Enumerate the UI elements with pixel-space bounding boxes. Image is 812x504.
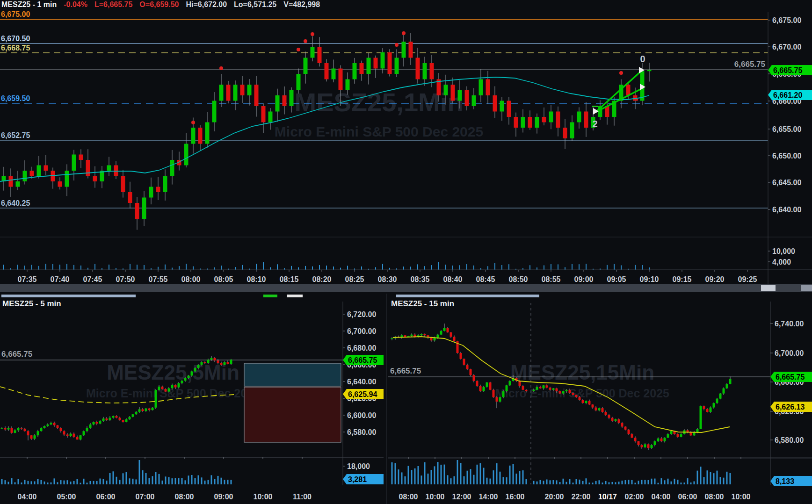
candlestick [556, 389, 558, 391]
candlestick [129, 417, 131, 419]
target-zone-box[interactable] [244, 363, 341, 386]
candlestick [128, 192, 132, 203]
candlestick [360, 63, 364, 74]
volume-bar [188, 475, 189, 484]
time-axis-label: 10:00 [426, 493, 445, 501]
candlestick [156, 187, 160, 193]
volume-bar [720, 477, 721, 484]
volume-bar [59, 265, 60, 270]
candlestick [638, 441, 640, 445]
volume-bar [137, 265, 138, 270]
candlestick [710, 408, 712, 412]
volume-bar [87, 482, 88, 484]
candlestick [416, 58, 420, 79]
candlestick [605, 412, 607, 415]
scrollbar-thumb[interactable] [761, 285, 776, 291]
volume-axis-label: 4,000 [772, 258, 791, 266]
volume-bar [418, 466, 419, 484]
price-chart-1min[interactable]: MESZ25,1MinMicro E-mini S&P 500 Dec 2025… [0, 0, 812, 294]
volume-bar [618, 482, 620, 484]
volume-bar [47, 482, 49, 484]
volume-bar [242, 265, 243, 270]
volume-bar [165, 476, 167, 484]
candlestick [451, 85, 455, 101]
volume-bar [589, 482, 590, 484]
candlestick [423, 63, 427, 79]
volume-bar [44, 482, 45, 484]
scroll-thumb-5min[interactable] [1, 295, 136, 297]
last-price-inchart-label: 6,665.75 [734, 60, 765, 69]
volume-bar [529, 265, 530, 270]
volume-bar [641, 480, 643, 484]
candlestick [99, 421, 102, 424]
scrollbar-thumb[interactable] [801, 285, 812, 291]
candlestick [197, 365, 200, 368]
candlestick [184, 378, 187, 381]
indicator-badge-5min-text: 6,625.94 [348, 390, 377, 398]
price-chart-15min[interactable]: MESZ25,15MinMicro E-mini S&P 500 Dec 202… [388, 294, 812, 504]
volume-bar [509, 466, 511, 484]
volume-bar [145, 473, 147, 484]
candlestick [651, 445, 653, 448]
signal-dot-marker [191, 121, 195, 124]
candlestick [499, 397, 501, 402]
price-axis-label: 6,580.00 [775, 436, 804, 444]
horizontal-scrollbar-track[interactable] [0, 284, 812, 292]
volume-bar [536, 267, 537, 270]
time-axis-label: 04:00 [652, 493, 671, 501]
volume-bar [540, 480, 541, 484]
volume-axis-label: 10,000 [772, 247, 795, 255]
volume-bar [631, 480, 633, 484]
candlestick [536, 387, 538, 389]
candlestick [268, 112, 273, 122]
price-axis-label: 6,740.00 [775, 320, 804, 328]
open-price-label: O=6,659.50 [139, 0, 179, 10]
volume-bar [211, 475, 212, 484]
candlestick [381, 52, 385, 69]
volume-bar [483, 468, 485, 484]
candlestick [191, 128, 196, 144]
candlestick [528, 117, 532, 128]
volume-bar [500, 472, 501, 484]
candlestick [311, 47, 315, 58]
scroll-thumb-15min[interactable] [396, 295, 539, 297]
price-chart-5min[interactable]: MESZ25,5MinMicro E-mini S&P 500 Dec 2025… [0, 294, 388, 504]
candlestick [194, 368, 196, 371]
volume-bar [45, 264, 46, 270]
volume-bar [434, 466, 435, 484]
candlestick [472, 95, 476, 106]
candlestick [325, 63, 329, 79]
flat-marker-strip[interactable] [287, 295, 303, 297]
candlestick [212, 101, 217, 122]
candlestick [670, 431, 673, 434]
volume-bar [526, 479, 527, 484]
signal-dot-marker [304, 39, 307, 43]
buy-marker-strip[interactable] [263, 295, 277, 297]
volume-bar [144, 265, 145, 270]
volume-bar [382, 264, 383, 270]
candlestick [539, 387, 542, 388]
candlestick [549, 112, 553, 122]
price-axis-label: 6,580.00 [347, 428, 376, 436]
volume-bar [503, 477, 504, 484]
candlestick [621, 423, 624, 427]
time-axis-label: 04:00 [18, 493, 37, 501]
stop-zone-box[interactable] [244, 387, 341, 442]
volume-bar [126, 472, 127, 484]
last-price-label: L=6,665.75 [94, 0, 132, 10]
volume-bar [139, 460, 140, 484]
candlestick [14, 430, 16, 432]
candlestick [224, 362, 226, 365]
candlestick [409, 42, 413, 58]
volume-bar [235, 267, 236, 270]
candlestick [220, 363, 223, 365]
candlestick [611, 418, 614, 421]
volume-bar [658, 483, 659, 484]
volume-bar [622, 481, 623, 484]
volume-bar [256, 264, 257, 270]
price-axis-label: 6,680.00 [347, 344, 376, 352]
candlestick [318, 47, 322, 64]
volume-bar [667, 479, 669, 484]
time-axis-label: 08:55 [542, 275, 561, 283]
volume-bar [57, 482, 58, 484]
